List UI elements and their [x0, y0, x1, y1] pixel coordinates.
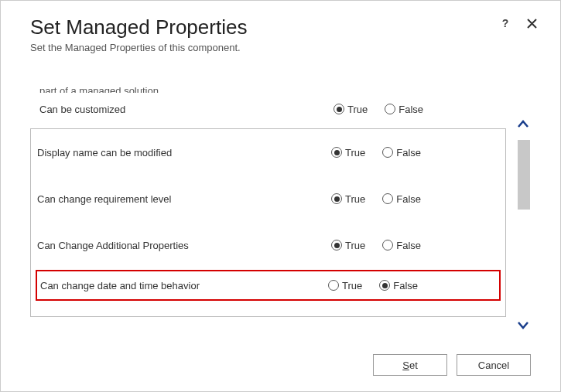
- radio-label: False: [399, 104, 423, 115]
- content-area: part of a managed solution. Can be custo…: [1, 86, 560, 337]
- radio-requirement-true[interactable]: True: [331, 193, 365, 205]
- radio-requirement-false[interactable]: False: [382, 193, 421, 205]
- label-additional-properties: Can Change Additional Properties: [37, 240, 331, 251]
- radio-icon: [331, 193, 342, 204]
- scrollbar[interactable]: [511, 86, 531, 337]
- label-display-name: Display name can be modified: [37, 147, 331, 159]
- radio-group-additional: True False: [331, 240, 421, 251]
- set-button[interactable]: Set: [373, 354, 447, 376]
- radio-label: True: [345, 147, 365, 159]
- radio-label: True: [342, 280, 362, 291]
- radio-datetime-true[interactable]: True: [328, 280, 362, 291]
- radio-display-name-false[interactable]: False: [382, 147, 421, 159]
- scroll-down-icon[interactable]: [515, 317, 531, 332]
- radio-icon: [331, 240, 342, 251]
- radio-icon: [382, 240, 393, 251]
- row-can-be-customized: Can be customized True False: [30, 97, 506, 121]
- dialog-subtitle: Set the Managed Properties of this compo…: [1, 39, 560, 53]
- dialog-footer: Set Cancel: [373, 354, 531, 376]
- label-requirement-level: Can change requirement level: [37, 193, 331, 205]
- label-datetime-behavior: Can change date and time behavior: [40, 280, 328, 291]
- radio-group-datetime: True False: [328, 280, 418, 291]
- set-button-rest: et: [409, 360, 418, 371]
- radio-icon: [334, 104, 344, 114]
- help-icon[interactable]: ?: [498, 16, 512, 30]
- managed-properties-dialog: Set Managed Properties ? Set the Managed…: [0, 0, 561, 392]
- radio-group-requirement: True False: [331, 193, 421, 205]
- radio-customized-false[interactable]: False: [385, 104, 423, 115]
- radio-group-display-name: True False: [331, 147, 421, 159]
- header-controls: ?: [498, 16, 539, 30]
- radio-label: True: [347, 104, 368, 115]
- radio-icon: [328, 280, 339, 291]
- radio-label: False: [396, 147, 421, 159]
- radio-group-customized: True False: [334, 104, 423, 115]
- radio-label: False: [396, 193, 421, 205]
- close-icon[interactable]: [525, 16, 539, 30]
- radio-icon: [379, 280, 390, 291]
- row-additional-properties: Can Change Additional Properties True Fa…: [31, 222, 505, 268]
- radio-label: False: [396, 240, 421, 251]
- radio-label: True: [345, 193, 365, 205]
- radio-label: False: [393, 280, 418, 291]
- row-datetime-behavior: Can change date and time behavior True F…: [36, 270, 501, 301]
- radio-additional-true[interactable]: True: [331, 240, 365, 251]
- radio-icon: [382, 193, 393, 204]
- radio-icon: [382, 147, 393, 158]
- radio-label: True: [345, 240, 365, 251]
- sub-properties-box: Display name can be modified True False: [30, 128, 506, 317]
- scroll-up-icon[interactable]: [515, 117, 531, 132]
- set-button-accel: S: [402, 360, 409, 371]
- row-requirement-level: Can change requirement level True False: [31, 176, 505, 222]
- radio-datetime-false[interactable]: False: [379, 280, 418, 291]
- radio-icon: [331, 147, 342, 158]
- scroll-thumb[interactable]: [518, 140, 530, 210]
- svg-text:?: ?: [502, 18, 509, 29]
- dialog-title: Set Managed Properties: [30, 16, 247, 39]
- partial-cutoff-text: part of a managed solution.: [30, 86, 506, 93]
- radio-additional-false[interactable]: False: [382, 240, 421, 251]
- cancel-button[interactable]: Cancel: [457, 354, 531, 376]
- label-can-be-customized: Can be customized: [39, 104, 334, 115]
- dialog-header: Set Managed Properties ?: [1, 16, 560, 39]
- radio-icon: [385, 104, 395, 114]
- radio-customized-true[interactable]: True: [334, 104, 368, 115]
- row-display-name: Display name can be modified True False: [31, 129, 505, 176]
- radio-display-name-true[interactable]: True: [331, 147, 365, 159]
- cancel-button-label: Cancel: [478, 360, 509, 371]
- properties-panel: part of a managed solution. Can be custo…: [30, 86, 506, 337]
